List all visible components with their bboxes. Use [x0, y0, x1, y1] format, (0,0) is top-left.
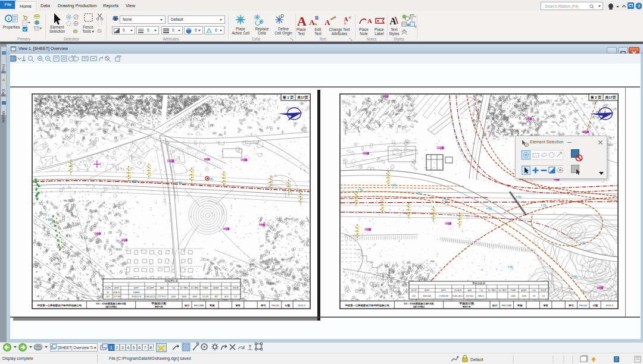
svg-text:3862.2: 3862.2 — [478, 295, 484, 297]
svg-text:2*4*753.7: 2*4*753.7 — [158, 296, 167, 298]
svg-text:A: A — [324, 18, 330, 27]
svg-text:PH-001: PH-001 — [271, 304, 279, 307]
svg-text:JD1: JD1 — [106, 296, 110, 298]
svg-text:(城1合同段): (城1合同段) — [105, 305, 117, 308]
svg-text:坐标X: 坐标X — [114, 287, 120, 289]
svg-text:第 1 页: 第 1 页 — [282, 95, 294, 100]
svg-text:JD2: JD2 — [412, 295, 416, 297]
svg-text:平面设计图: 平面设计图 — [151, 302, 166, 306]
svg-text:交点桩号: 交点桩号 — [146, 287, 155, 289]
svg-text:169823.74: 169823.74 — [132, 296, 141, 298]
svg-text:校正值: 校正值 — [232, 287, 239, 289]
svg-text:曲线: 曲线 — [468, 289, 472, 291]
svg-text:FHCCBM: FHCCBM — [502, 305, 511, 307]
svg-text:设计: 设计 — [184, 304, 190, 307]
svg-text:JD: JD — [107, 291, 110, 294]
svg-text:K149+081.2: K149+081.2 — [452, 295, 463, 297]
svg-text:A: A — [367, 17, 372, 24]
svg-text:3408: 3408 — [192, 296, 197, 298]
svg-text:曲线长: 曲线长 — [521, 289, 527, 291]
svg-text:9.7: 9.7 — [235, 296, 238, 298]
svg-text:A: A — [297, 14, 307, 27]
svg-text:1460: 1460 — [511, 295, 516, 297]
svg-text:半径: 半径 — [479, 289, 483, 291]
svg-text:A: A — [344, 16, 348, 23]
svg-text:交点号: 交点号 — [105, 287, 111, 289]
svg-text:复核: 复核 — [517, 304, 523, 307]
svg-text:第一缓和: 第一缓和 — [488, 289, 497, 291]
svg-text:1058: 1058 — [522, 295, 526, 297]
svg-text:坐标Y: 坐标Y — [134, 287, 139, 289]
svg-text:坐标Y: 坐标Y — [441, 289, 447, 291]
svg-text:精度示意: 精度示意 — [462, 305, 471, 308]
svg-text:外距: 外距 — [224, 287, 229, 289]
svg-text:设计: 设计 — [492, 304, 498, 307]
svg-text:回线里程表: 回线里程表 — [165, 279, 179, 283]
svg-text:平面设计图: 平面设计图 — [458, 302, 474, 306]
svg-text:2345.634: 2345.634 — [423, 295, 431, 297]
svg-text:坐标X: 坐标X — [424, 289, 430, 291]
svg-text:FHCCBM: FHCCBM — [194, 305, 204, 307]
svg-text:第二缓和: 第二缓和 — [499, 289, 507, 291]
svg-text:PH-002: PH-002 — [579, 304, 587, 307]
svg-text:8.2: 8.2 — [542, 295, 545, 297]
svg-text:第 2 页: 第 2 页 — [590, 95, 602, 100]
svg-text:387: 387 — [214, 296, 218, 298]
svg-text:逐桩坐标表: 逐桩坐标表 — [472, 281, 486, 285]
svg-text:2577.88: 2577.88 — [113, 296, 120, 298]
svg-text:3408: 3408 — [182, 296, 186, 298]
svg-text:3584.25: 3584.25 — [113, 291, 120, 294]
svg-text:30.8: 30.8 — [224, 296, 229, 298]
svg-text:i: i — [8, 16, 9, 21]
svg-text:交点桩号: 交点桩号 — [454, 289, 463, 291]
svg-text:曲线: 曲线 — [160, 287, 164, 289]
svg-text:2019.3: 2019.3 — [298, 304, 305, 307]
svg-text:Default: Default — [470, 357, 483, 362]
svg-text:第二缓和: 第二缓和 — [191, 287, 199, 289]
svg-text:1000: 1000 — [171, 296, 176, 298]
svg-text:A: A — [309, 18, 315, 27]
svg-text:(城1合同段): (城1合同段) — [413, 305, 425, 308]
svg-text:切线长: 切线长 — [202, 287, 208, 289]
svg-text:172832.88: 172832.88 — [439, 295, 448, 297]
svg-text:共17页: 共17页 — [605, 95, 616, 100]
svg-text:58: 58 — [533, 295, 535, 297]
svg-text:共17页: 共17页 — [297, 95, 308, 100]
svg-text:左4*204: 左4*204 — [466, 295, 473, 297]
svg-text:审查: 审查 — [543, 304, 548, 307]
svg-text:B: B — [315, 15, 319, 21]
svg-text:复核: 复核 — [209, 304, 215, 307]
svg-text:K146+052.6: K146+052.6 — [145, 296, 155, 298]
svg-text:2019.3: 2019.3 — [605, 304, 613, 307]
svg-text:半径: 半径 — [171, 287, 176, 289]
svg-text:第一缓和: 第一缓和 — [180, 287, 189, 289]
svg-text:交点号: 交点号 — [411, 289, 417, 291]
svg-text:精度示意: 精度示意 — [154, 305, 163, 308]
svg-text:切线长: 切线长 — [510, 289, 516, 291]
svg-text:审查: 审查 — [235, 304, 240, 307]
svg-text:曲线长: 曲线长 — [213, 287, 219, 289]
svg-text:外距: 外距 — [532, 289, 536, 291]
svg-text:13.145: 13.145 — [202, 296, 208, 298]
svg-text:158834: 158834 — [133, 291, 139, 294]
svg-text:校正值: 校正值 — [540, 289, 547, 291]
svg-text:?: ? — [638, 4, 641, 9]
